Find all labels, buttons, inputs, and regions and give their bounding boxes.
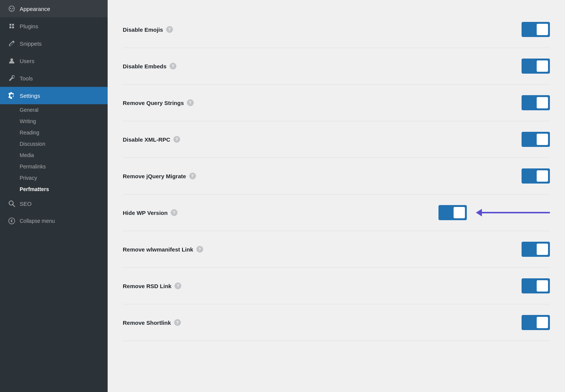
setting-text-remove-shortlink: Remove Shortlink — [123, 319, 171, 326]
submenu-reading[interactable]: Reading — [0, 127, 108, 138]
toggle-remove-shortlink[interactable] — [522, 315, 550, 330]
setting-label-remove-query-strings: Remove Query Strings ? — [123, 99, 514, 106]
setting-row-remove-shortlink: Remove Shortlink ? — [123, 304, 550, 341]
setting-label-disable-embeds: Disable Embeds ? — [123, 63, 514, 69]
setting-label-disable-emojis: Disable Emojis ? — [123, 26, 514, 33]
setting-text-remove-query-strings: Remove Query Strings — [123, 100, 184, 106]
help-icon-disable-xml-rpc[interactable]: ? — [173, 136, 180, 143]
sidebar-item-users-label: Users — [20, 58, 34, 64]
toggle-wrapper-remove-rsd-link — [522, 278, 550, 293]
sidebar: Appearance Plugins Snippets Users Tools … — [0, 0, 108, 392]
toggle-wrapper-disable-emojis — [522, 22, 550, 37]
sidebar-item-seo[interactable]: SEO — [0, 195, 108, 212]
setting-text-remove-jquery-migrate: Remove jQuery Migrate — [123, 173, 186, 179]
submenu-permalinks[interactable]: Permalinks — [0, 161, 108, 172]
tools-icon — [8, 74, 16, 82]
users-icon — [8, 57, 16, 65]
toggle-knob-disable-embeds — [537, 60, 548, 72]
toggle-knob-remove-query-strings — [537, 97, 548, 108]
sidebar-item-snippets[interactable]: Snippets — [0, 35, 108, 52]
submenu-privacy[interactable]: Privacy — [0, 172, 108, 184]
sidebar-item-users[interactable]: Users — [0, 52, 108, 69]
help-icon-remove-jquery-migrate[interactable]: ? — [189, 173, 196, 179]
appearance-icon — [8, 5, 16, 13]
collapse-icon — [8, 217, 16, 225]
setting-row-disable-embeds: Disable Embeds ? — [123, 48, 550, 85]
toggle-knob-remove-rsd-link — [537, 280, 548, 292]
toggle-wrapper-disable-embeds — [522, 59, 550, 74]
setting-row-remove-jquery-migrate: Remove jQuery Migrate ? — [123, 158, 550, 194]
help-icon-remove-rsd-link[interactable]: ? — [174, 282, 181, 289]
sidebar-item-settings[interactable]: Settings — [0, 87, 108, 104]
setting-label-disable-xml-rpc: Disable XML-RPC ? — [123, 136, 514, 143]
setting-label-remove-rsd-link: Remove RSD Link ? — [123, 282, 514, 289]
sidebar-item-tools[interactable]: Tools — [0, 69, 108, 87]
toggle-remove-jquery-migrate[interactable] — [522, 168, 550, 184]
toggle-wrapper-remove-jquery-migrate — [522, 168, 550, 184]
sidebar-item-plugins[interactable]: Plugins — [0, 17, 108, 35]
toggle-remove-query-strings[interactable] — [522, 95, 550, 110]
submenu-media[interactable]: Media — [0, 150, 108, 161]
toggle-remove-wlwmanifest-link[interactable] — [522, 242, 550, 257]
setting-row-disable-emojis: Disable Emojis ? — [123, 11, 550, 48]
toggle-disable-embeds[interactable] — [522, 59, 550, 74]
toggle-knob-remove-jquery-migrate — [537, 170, 548, 182]
setting-label-remove-jquery-migrate: Remove jQuery Migrate ? — [123, 173, 514, 179]
snippets-icon — [8, 39, 16, 48]
arrow-head — [476, 209, 482, 216]
help-icon-disable-embeds[interactable]: ? — [170, 63, 176, 69]
settings-icon — [8, 91, 16, 100]
sidebar-item-seo-label: SEO — [20, 201, 32, 207]
setting-row-remove-wlwmanifest-link: Remove wlwmanifest Link ? — [123, 231, 550, 268]
toggle-wrapper-remove-shortlink — [522, 315, 550, 330]
toggle-wrapper-remove-wlwmanifest-link — [522, 242, 550, 257]
sidebar-item-snippets-label: Snippets — [20, 40, 42, 47]
toggle-knob-remove-shortlink — [537, 317, 548, 328]
setting-row-remove-rsd-link: Remove RSD Link ? — [123, 268, 550, 304]
help-icon-hide-wp-version[interactable]: ? — [171, 209, 178, 216]
sidebar-item-plugins-label: Plugins — [20, 23, 38, 29]
help-icon-remove-query-strings[interactable]: ? — [187, 99, 194, 106]
sidebar-item-tools-label: Tools — [20, 75, 33, 82]
setting-row-disable-xml-rpc: Disable XML-RPC ? — [123, 121, 550, 158]
svg-rect-3 — [12, 26, 14, 28]
help-icon-disable-emojis[interactable]: ? — [166, 26, 173, 33]
setting-label-remove-wlwmanifest-link: Remove wlwmanifest Link ? — [123, 246, 514, 253]
settings-rows: Disable Emojis ? Disable Embeds ? — [123, 11, 550, 341]
toggle-wrapper-remove-query-strings — [522, 95, 550, 110]
svg-line-6 — [13, 205, 15, 207]
sidebar-collapse[interactable]: Collapse menu — [0, 212, 108, 230]
arrow-line — [482, 212, 550, 213]
toggle-disable-emojis[interactable] — [522, 22, 550, 37]
main-content: Disable Emojis ? Disable Embeds ? — [108, 0, 565, 392]
toggle-knob-disable-xml-rpc — [537, 134, 548, 145]
svg-point-4 — [11, 59, 13, 61]
submenu-writing[interactable]: Writing — [0, 116, 108, 127]
sidebar-item-appearance[interactable]: Appearance — [0, 0, 108, 17]
toggle-wrapper-hide-wp-version — [438, 205, 550, 220]
submenu-perfmatters[interactable]: Perfmatters — [0, 184, 108, 195]
plugins-icon — [8, 22, 16, 30]
setting-row-hide-wp-version: Hide WP Version ? — [123, 194, 550, 231]
toggle-hide-wp-version[interactable] — [438, 205, 467, 220]
sidebar-item-settings-label: Settings — [20, 93, 40, 99]
svg-rect-2 — [9, 26, 11, 28]
toggle-knob-hide-wp-version — [454, 207, 465, 218]
setting-text-remove-wlwmanifest-link: Remove wlwmanifest Link — [123, 246, 193, 253]
setting-text-hide-wp-version: Hide WP Version — [123, 210, 168, 216]
toggle-remove-rsd-link[interactable] — [522, 278, 550, 293]
submenu-general[interactable]: General — [0, 104, 108, 116]
setting-text-disable-emojis: Disable Emojis — [123, 26, 163, 33]
toggle-knob-disable-emojis — [537, 24, 548, 35]
setting-text-disable-xml-rpc: Disable XML-RPC — [123, 136, 170, 143]
submenu-discussion[interactable]: Discussion — [0, 138, 108, 150]
setting-row-remove-query-strings: Remove Query Strings ? — [123, 85, 550, 121]
help-icon-remove-shortlink[interactable]: ? — [174, 319, 181, 326]
seo-icon — [8, 199, 16, 208]
sidebar-item-appearance-label: Appearance — [20, 6, 50, 12]
setting-label-hide-wp-version: Hide WP Version ? — [123, 209, 431, 216]
toggle-disable-xml-rpc[interactable] — [522, 132, 550, 147]
sidebar-collapse-label: Collapse menu — [20, 218, 55, 224]
setting-label-remove-shortlink: Remove Shortlink ? — [123, 319, 514, 326]
help-icon-remove-wlwmanifest-link[interactable]: ? — [196, 246, 203, 253]
